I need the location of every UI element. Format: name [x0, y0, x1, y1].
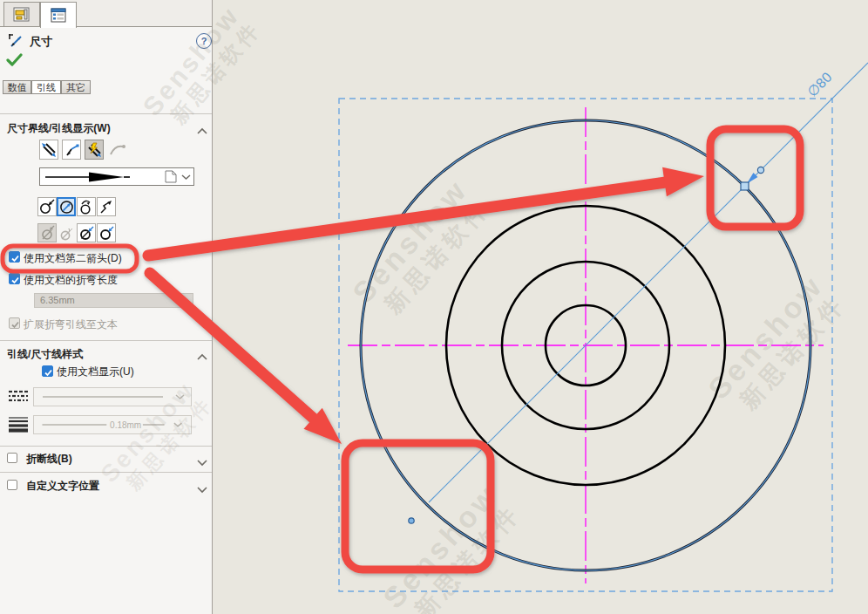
expand-break-lines-icon[interactable] — [196, 454, 208, 463]
divider — [0, 472, 212, 473]
witness-smart-button[interactable] — [85, 140, 104, 160]
diameter-option-3-button[interactable] — [77, 223, 96, 242]
witness-leader-button[interactable] — [62, 140, 81, 160]
arrow-style-dropdown[interactable] — [39, 167, 194, 186]
help-icon[interactable]: ? — [196, 33, 212, 49]
second-arrow-label: 使用文档第二箭头(D) — [24, 251, 122, 266]
curved-leader-icon — [109, 142, 128, 160]
pm-tabstrip — [0, 0, 212, 27]
break-lines-checkbox[interactable] — [7, 453, 17, 463]
line-style-icon — [8, 389, 29, 408]
tab-other[interactable]: 其它 — [61, 80, 91, 94]
pm-tab-leaders[interactable] — [40, 2, 77, 28]
pm-tab-properties[interactable] — [3, 2, 40, 26]
expand-custom-text-position-icon[interactable] — [196, 481, 208, 490]
list-properties-icon — [50, 8, 67, 24]
chevron-down-icon — [176, 395, 184, 399]
solidworks-dimension-property-screen: { "panel": { "title": "尺寸", "help_label"… — [0, 0, 868, 614]
bend-length-input: 6.35mm — [34, 293, 193, 308]
property-manager-panel: 尺寸 ? 数值 引线 其它 尺寸界线/引线显示(W) — [0, 0, 213, 614]
section-leader-style-title: 引线/尺寸线样式 — [7, 347, 83, 362]
extend-bent-leader-checkbox — [9, 317, 20, 329]
smart-leader-icon — [86, 142, 102, 158]
divider — [0, 340, 212, 341]
custom-text-position-label: 自定义文字位置 — [26, 479, 99, 494]
leader-inside-button[interactable] — [57, 197, 76, 216]
line-thickness-value: 0.18mm — [110, 420, 141, 430]
collapse-section-witness-icon[interactable] — [196, 124, 208, 133]
line-style-dropdown — [33, 387, 192, 406]
property-manager-icon — [13, 7, 31, 23]
divider — [0, 113, 212, 114]
extend-bent-leader-label: 扩展折弯引线至文本 — [24, 317, 118, 332]
graphics-area[interactable] — [213, 0, 868, 614]
use-document-display-label: 使用文档显示(U) — [57, 365, 134, 379]
dimension-icon — [7, 32, 24, 52]
section-witness-title: 尺寸界线/引线显示(W) — [7, 121, 111, 136]
bend-length-checkbox[interactable] — [9, 273, 20, 284]
break-lines-label: 折断线(B) — [26, 452, 72, 467]
bent-leader-icon — [64, 142, 79, 158]
line-thickness-icon — [8, 416, 29, 436]
diameter-option-1-button — [37, 223, 57, 242]
ok-check-icon[interactable] — [6, 52, 23, 72]
diameter-option-2-button — [57, 223, 76, 242]
leader-outside-button[interactable] — [37, 197, 57, 216]
leader-jogged-button[interactable] — [77, 197, 96, 216]
tab-value[interactable]: 数值 — [3, 80, 31, 94]
custom-text-position-checkbox[interactable] — [7, 480, 17, 490]
diameter-option-4-button[interactable] — [97, 223, 116, 242]
leader-zigzag-button[interactable] — [97, 197, 116, 216]
divider — [0, 446, 212, 447]
solid-arrow-preview — [40, 168, 193, 185]
tab-leaders[interactable]: 引线 — [31, 80, 61, 94]
collapse-section-leader-style-icon[interactable] — [196, 350, 208, 358]
document-icon — [166, 171, 176, 182]
second-arrow-checkbox[interactable] — [9, 251, 20, 263]
bend-length-label: 使用文档的折弯长度 — [24, 273, 118, 288]
chevron-down-icon — [182, 175, 190, 179]
line-thickness-dropdown: 0.18mm — [33, 415, 192, 434]
broken-leader-icon — [41, 142, 57, 158]
witness-both-arrows-button[interactable] — [39, 140, 58, 160]
panel-title: 尺寸 — [30, 34, 52, 50]
use-document-display-checkbox[interactable] — [42, 365, 53, 377]
chevron-down-icon — [174, 423, 182, 426]
